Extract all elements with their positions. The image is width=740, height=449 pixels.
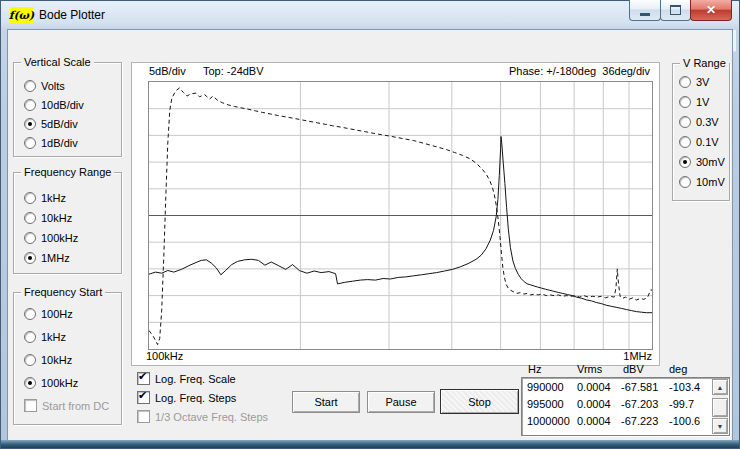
radio-label: 10kHz: [41, 212, 72, 224]
radio-icon: [24, 377, 36, 389]
cell-deg: -103.4: [669, 381, 700, 393]
radio-label: 100kHz: [41, 377, 78, 389]
checkbox-icon: [137, 391, 150, 404]
scroll-down-button[interactable]: ▼: [712, 418, 728, 434]
checkbox-icon: [137, 372, 150, 385]
arrow-up-icon: ▲: [717, 384, 724, 391]
x-axis-max-label: 1MHz: [623, 350, 652, 362]
radio-label: 1kHz: [41, 331, 66, 343]
start-button[interactable]: Start: [292, 391, 360, 413]
radio-range-100khz[interactable]: 100kHz: [20, 228, 121, 248]
radio-label: 0.3V: [696, 116, 719, 128]
cell-vrms: 0.0004: [577, 381, 611, 393]
radio-label: 1dB/div: [41, 137, 78, 149]
radio-start-100hz[interactable]: 100Hz: [20, 302, 121, 325]
col-header-hz: Hz: [528, 363, 541, 375]
radio-icon: [679, 176, 691, 188]
radio-icon: [679, 96, 691, 108]
radio-label: 10mV: [696, 176, 725, 188]
maximize-button[interactable]: [660, 0, 691, 21]
checkbox-log-freq-steps[interactable]: Log. Freq. Steps: [133, 390, 236, 405]
checkbox-label: Log. Freq. Steps: [155, 392, 236, 404]
plot-panel: 5dB/div Top: -24dBV Phase: +/-180deg 36d…: [131, 62, 660, 366]
radio-label: 5dB/div: [41, 118, 78, 130]
radio-5db-div[interactable]: 5dB/div: [20, 114, 121, 133]
radio-vrange-0p3v[interactable]: 0.3V: [675, 112, 729, 132]
radio-label: 1V: [696, 96, 709, 108]
scrollbar[interactable]: ▲ ▼: [712, 379, 728, 434]
group-title: Frequency Start: [21, 286, 105, 298]
close-button[interactable]: ✕: [690, 0, 732, 21]
cell-hz: 990000: [527, 381, 564, 393]
radio-label: Volts: [41, 80, 65, 92]
radio-icon: [24, 192, 36, 204]
radio-icon: [679, 76, 691, 88]
radio-icon: [24, 308, 36, 320]
plot-grid-area: [148, 81, 653, 350]
radio-icon: [24, 212, 36, 224]
checkbox-icon: [24, 399, 37, 412]
radio-vrange-10mv[interactable]: 10mV: [675, 172, 729, 192]
col-header-vrms: Vrms: [577, 363, 602, 375]
radio-range-10khz[interactable]: 10kHz: [20, 208, 121, 228]
arrow-down-icon: ▼: [717, 423, 724, 430]
radio-start-100khz[interactable]: 100kHz: [20, 371, 121, 394]
col-header-dbv: dBV: [623, 363, 644, 375]
radio-1db-div[interactable]: 1dB/div: [20, 133, 121, 152]
radio-icon: [679, 136, 691, 148]
app-window: f(ω) Bode Plotter ✕ File Edit Options Vi…: [0, 0, 740, 449]
scale-per-div-label: 5dB/div: [149, 65, 186, 77]
x-axis-min-label: 100kHz: [146, 350, 183, 362]
cell-vrms: 0.0004: [577, 398, 611, 410]
window-controls: ✕: [630, 0, 732, 21]
radio-start-10khz[interactable]: 10kHz: [20, 348, 121, 371]
radio-icon: [24, 331, 36, 343]
radio-icon: [24, 354, 36, 366]
cell-deg: -99.7: [669, 398, 694, 410]
scroll-up-button[interactable]: ▲: [712, 379, 728, 395]
app-icon[interactable]: f(ω): [10, 7, 33, 23]
radio-volts[interactable]: Volts: [20, 76, 121, 95]
radio-vrange-3v[interactable]: 3V: [675, 72, 729, 92]
radio-vrange-0p1v[interactable]: 0.1V: [675, 132, 729, 152]
cell-hz: 995000: [527, 398, 564, 410]
checkbox-label: Log. Freq. Scale: [155, 373, 236, 385]
scroll-thumb[interactable]: [712, 398, 728, 417]
group-title: Vertical Scale: [21, 56, 94, 68]
readout-listbox: 990000 0.0004 -67.581 -103.4 995000 0.00…: [521, 377, 730, 436]
title-bar: f(ω) Bode Plotter ✕: [0, 0, 740, 30]
group-v-range: V Range 3V 1V 0.3V 0.1V 30mV 10mV: [672, 63, 730, 201]
radio-icon: [24, 99, 36, 111]
radio-10db-div[interactable]: 10dB/div: [20, 95, 121, 114]
maximize-icon: [670, 5, 681, 15]
radio-label: 100Hz: [41, 308, 73, 320]
radio-icon: [24, 232, 36, 244]
minimize-button[interactable]: [629, 0, 661, 21]
radio-label: 30mV: [696, 156, 725, 168]
table-row[interactable]: 1000000 0.0004 -67.223 -100.6: [526, 413, 706, 430]
cell-deg: -100.6: [669, 415, 700, 427]
radio-range-1khz[interactable]: 1kHz: [20, 188, 121, 208]
col-header-deg: deg: [669, 363, 687, 375]
radio-vrange-30mv[interactable]: 30mV: [675, 152, 729, 172]
checkbox-label: 1/3 Octave Freq. Steps: [155, 411, 268, 423]
cell-dbv: -67.581: [621, 381, 658, 393]
window-title: Bode Plotter: [39, 8, 105, 22]
radio-vrange-1v[interactable]: 1V: [675, 92, 729, 112]
readout-table-header: Hz Vrms dBV deg: [520, 363, 732, 376]
radio-icon: [24, 118, 36, 130]
stop-button[interactable]: Stop: [440, 389, 519, 414]
radio-icon: [24, 80, 36, 92]
table-row[interactable]: 995000 0.0004 -67.203 -99.7: [526, 396, 706, 413]
radio-icon: [679, 116, 691, 128]
close-icon: ✕: [706, 3, 716, 17]
cell-dbv: -67.223: [621, 415, 658, 427]
checkbox-log-freq-scale[interactable]: Log. Freq. Scale: [133, 371, 236, 386]
table-row[interactable]: 990000 0.0004 -67.581 -103.4: [526, 379, 706, 396]
top-dbv-label: Top: -24dBV: [203, 65, 264, 77]
pause-button[interactable]: Pause: [367, 391, 435, 413]
radio-range-1mhz[interactable]: 1MHz: [20, 248, 121, 268]
radio-start-1khz[interactable]: 1kHz: [20, 325, 121, 348]
radio-label: 1MHz: [41, 252, 70, 264]
radio-label: 10dB/div: [41, 99, 84, 111]
